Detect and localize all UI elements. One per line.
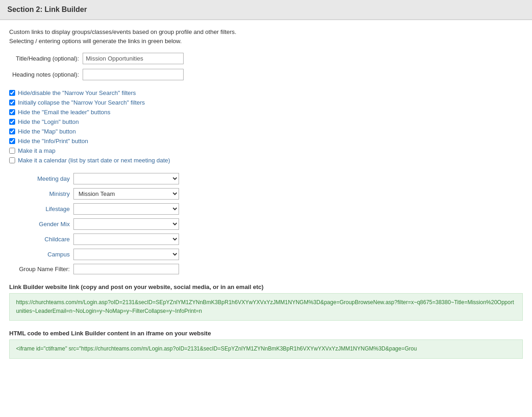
checkbox-label-3[interactable]: Hide the "Email the leader" buttons (18, 109, 110, 116)
heading-notes-input[interactable] (83, 69, 184, 80)
checkbox-label-6[interactable]: Hide the "Info/Print" button (18, 138, 88, 145)
campus-label: Campus (9, 251, 73, 258)
group-name-filter-label: Group Name Filter: (9, 266, 73, 272)
description: Custom links to display groups/classes/e… (9, 28, 523, 45)
description-line1: Custom links to display groups/classes/e… (9, 28, 523, 37)
checkbox-row-3: Hide the "Email the leader" buttons (9, 109, 523, 116)
meeting-day-label: Meeting day (9, 175, 73, 182)
section-title: Section 2: Link Builder (7, 6, 87, 13)
checkbox-row-7: Make it a map (9, 147, 523, 154)
html-embed-title: HTML code to embed Link Builder content … (9, 330, 523, 337)
checkbox-row-6: Hide the "Info/Print" button (9, 138, 523, 145)
title-heading-row: Title/Heading (optional): (9, 53, 523, 64)
childcare-select[interactable]: Yes No (73, 234, 179, 245)
lifestage-label: Lifestage (9, 206, 73, 212)
checkbox-hide-infoprint[interactable] (9, 138, 15, 144)
checkbox-label-8[interactable]: Make it a calendar (list by start date o… (18, 157, 170, 164)
content-area: Custom links to display groups/classes/e… (0, 20, 532, 366)
checkbox-label-5[interactable]: Hide the "Map" button (18, 128, 76, 135)
html-embed-section: HTML code to embed Link Builder content … (9, 330, 523, 358)
childcare-row: Childcare Yes No (9, 234, 523, 245)
checkbox-hide-map[interactable] (9, 128, 15, 134)
checkbox-row-2: Initially collapse the "Narrow Your Sear… (9, 99, 523, 106)
lifestage-select[interactable]: Singles Couples Seniors Young Adults (73, 203, 179, 215)
childcare-label: Childcare (9, 236, 73, 243)
html-embed-code[interactable]: <iframe id="ctiframe" src="https://churc… (9, 339, 523, 358)
ministry-row: Ministry Mission Team Worship Youth Chil… (9, 188, 523, 200)
checkbox-hide-email[interactable] (9, 109, 15, 115)
ministry-label: Ministry (9, 190, 73, 197)
group-name-filter-input[interactable] (73, 264, 179, 274)
checkbox-label-7[interactable]: Make it a map (18, 147, 56, 154)
checkbox-row-8: Make it a calendar (list by start date o… (9, 157, 523, 164)
gender-mix-label: Gender Mix (9, 221, 73, 228)
title-heading-label: Title/Heading (optional): (9, 55, 83, 62)
checkbox-label-4[interactable]: Hide the "Login" button (18, 118, 79, 125)
checkboxes-section: Hide/disable the "Narrow Your Search" fi… (9, 89, 523, 164)
meeting-day-select[interactable]: Sunday Monday Tuesday Wednesday Thursday… (73, 173, 179, 184)
checkbox-make-map[interactable] (9, 148, 15, 154)
lifestage-row: Lifestage Singles Couples Seniors Young … (9, 203, 523, 215)
heading-notes-row: Heading notes (optional): (9, 69, 523, 80)
description-line2: Selecting / entering options will genera… (9, 37, 523, 46)
campus-select[interactable]: Main Campus North Campus South Campus (73, 249, 179, 260)
checkbox-row-5: Hide the "Map" button (9, 128, 523, 135)
heading-notes-label: Heading notes (optional): (9, 71, 83, 78)
checkbox-hide-login[interactable] (9, 119, 15, 125)
gender-mix-select[interactable]: Men Women Coed (73, 218, 179, 230)
checkbox-label-1[interactable]: Hide/disable the "Narrow Your Search" fi… (18, 89, 136, 96)
meeting-day-row: Meeting day Sunday Monday Tuesday Wednes… (9, 173, 523, 184)
section-header: Section 2: Link Builder (0, 0, 532, 20)
checkbox-row-1: Hide/disable the "Narrow Your Search" fi… (9, 89, 523, 96)
checkbox-label-2[interactable]: Initially collapse the "Narrow Your Sear… (18, 99, 145, 106)
checkbox-hide-narrow[interactable] (9, 90, 15, 96)
ministry-select[interactable]: Mission Team Worship Youth Children Adul… (73, 188, 179, 200)
link-builder-title: Link Builder website link (copy and post… (9, 284, 523, 290)
group-name-filter-row: Group Name Filter: (9, 264, 523, 274)
checkbox-row-4: Hide the "Login" button (9, 118, 523, 125)
filter-dropdowns: Meeting day Sunday Monday Tuesday Wednes… (9, 173, 523, 274)
title-heading-input[interactable] (83, 53, 184, 64)
gender-mix-row: Gender Mix Men Women Coed (9, 218, 523, 230)
checkbox-make-calendar[interactable] (9, 157, 15, 163)
checkbox-collapse-narrow[interactable] (9, 100, 15, 106)
link-builder-section: Link Builder website link (copy and post… (9, 284, 523, 321)
campus-row: Campus Main Campus North Campus South Ca… (9, 249, 523, 260)
link-builder-url[interactable]: https://churchteams.com/m/Login.asp?oID=… (9, 293, 523, 321)
